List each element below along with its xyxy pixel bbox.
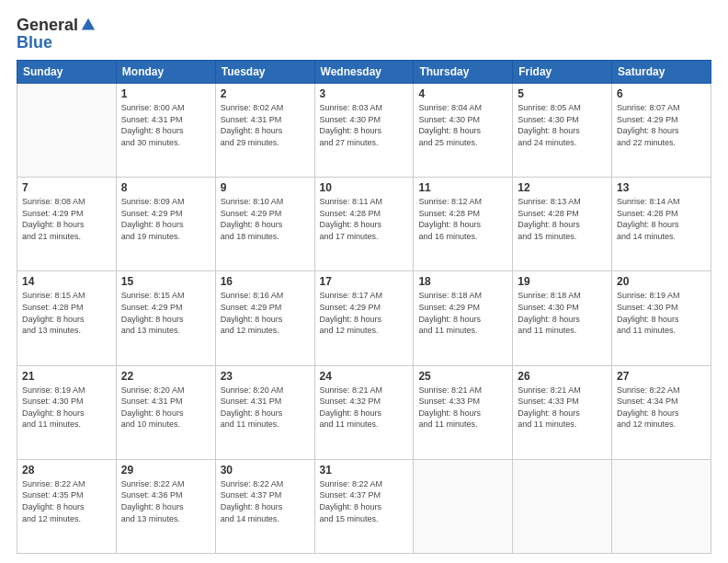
daylight-label: Daylight: 8 hours — [418, 315, 481, 324]
calendar-cell: 13Sunrise: 8:14 AM Sunset: 4:28 PM Dayli… — [612, 178, 711, 271]
sunset: Sunset: 4:30 PM — [418, 115, 480, 124]
daylight-hours: and 11 minutes. — [418, 419, 477, 429]
day-number: 17 — [320, 275, 409, 288]
calendar-cell: 24Sunrise: 8:21 AM Sunset: 4:32 PM Dayli… — [314, 365, 414, 459]
day-number: 20 — [617, 275, 706, 288]
day-info: Sunrise: 8:15 AM Sunset: 4:29 PM Dayligh… — [121, 290, 210, 336]
day-info: Sunrise: 8:18 AM Sunset: 4:30 PM Dayligh… — [518, 290, 607, 336]
calendar-cell: 1Sunrise: 8:00 AM Sunset: 4:31 PM Daylig… — [116, 84, 215, 178]
day-info: Sunrise: 8:21 AM Sunset: 4:33 PM Dayligh… — [518, 385, 607, 431]
daylight-label: Daylight: 8 hours — [518, 126, 580, 135]
calendar-cell: 17Sunrise: 8:17 AM Sunset: 4:29 PM Dayli… — [314, 271, 414, 365]
sunset: Sunset: 4:30 PM — [22, 396, 84, 406]
day-number: 4 — [418, 87, 507, 100]
page: General Blue SundayMondayTuesdayWednesda… — [0, 0, 728, 563]
sunrise: Sunrise: 8:21 AM — [518, 385, 581, 395]
day-info: Sunrise: 8:22 AM Sunset: 4:36 PM Dayligh… — [121, 478, 210, 524]
sunset: Sunset: 4:30 PM — [518, 303, 579, 312]
daylight-label: Daylight: 8 hours — [320, 502, 382, 511]
calendar-cell: 22Sunrise: 8:20 AM Sunset: 4:31 PM Dayli… — [116, 365, 215, 459]
day-number: 8 — [121, 181, 210, 194]
calendar-cell: 7Sunrise: 8:08 AM Sunset: 4:29 PM Daylig… — [17, 178, 117, 271]
daylight-hours: and 12 minutes. — [22, 514, 81, 523]
day-number: 11 — [418, 181, 507, 194]
week-row-1: 7Sunrise: 8:08 AM Sunset: 4:29 PM Daylig… — [17, 178, 711, 271]
calendar-cell: 9Sunrise: 8:10 AM Sunset: 4:29 PM Daylig… — [215, 178, 314, 271]
day-info: Sunrise: 8:11 AM Sunset: 4:28 PM Dayligh… — [320, 196, 409, 242]
sunrise: Sunrise: 8:20 AM — [221, 385, 284, 395]
day-info: Sunrise: 8:13 AM Sunset: 4:28 PM Dayligh… — [518, 196, 607, 242]
calendar-cell: 26Sunrise: 8:21 AM Sunset: 4:33 PM Dayli… — [513, 365, 612, 459]
daylight-hours: and 13 minutes. — [22, 326, 81, 335]
day-number: 23 — [221, 370, 310, 383]
day-info: Sunrise: 8:14 AM Sunset: 4:28 PM Dayligh… — [617, 196, 706, 242]
day-number: 25 — [418, 370, 507, 383]
daylight-hours: and 11 minutes. — [518, 326, 576, 335]
sunset: Sunset: 4:28 PM — [418, 209, 480, 218]
sunrise: Sunrise: 8:21 AM — [418, 385, 482, 395]
sunset: Sunset: 4:33 PM — [418, 396, 480, 406]
sunrise: Sunrise: 8:21 AM — [320, 385, 383, 395]
day-info: Sunrise: 8:16 AM Sunset: 4:29 PM Dayligh… — [221, 290, 310, 336]
sunset: Sunset: 4:34 PM — [617, 396, 678, 406]
daylight-hours: and 11 minutes. — [518, 419, 576, 429]
daylight-hours: and 30 minutes. — [121, 138, 180, 147]
sunset: Sunset: 4:31 PM — [221, 396, 282, 406]
day-number: 7 — [22, 181, 111, 194]
sunrise: Sunrise: 8:03 AM — [320, 103, 383, 112]
day-number: 15 — [121, 275, 210, 288]
weekday-header-tuesday: Tuesday — [215, 61, 314, 84]
calendar-cell: 5Sunrise: 8:05 AM Sunset: 4:30 PM Daylig… — [513, 84, 612, 178]
sunrise: Sunrise: 8:19 AM — [617, 291, 680, 300]
day-info: Sunrise: 8:04 AM Sunset: 4:30 PM Dayligh… — [418, 102, 507, 148]
daylight-label: Daylight: 8 hours — [121, 502, 184, 511]
daylight-label: Daylight: 8 hours — [617, 408, 679, 418]
calendar-cell: 2Sunrise: 8:02 AM Sunset: 4:31 PM Daylig… — [215, 84, 314, 178]
sunrise: Sunrise: 8:10 AM — [221, 197, 284, 206]
calendar-cell: 21Sunrise: 8:19 AM Sunset: 4:30 PM Dayli… — [17, 365, 117, 459]
day-info: Sunrise: 8:08 AM Sunset: 4:29 PM Dayligh… — [22, 196, 111, 242]
day-info: Sunrise: 8:05 AM Sunset: 4:30 PM Dayligh… — [518, 102, 607, 148]
sunrise: Sunrise: 8:16 AM — [221, 291, 284, 300]
day-info: Sunrise: 8:03 AM Sunset: 4:30 PM Dayligh… — [320, 102, 409, 148]
sunrise: Sunrise: 8:22 AM — [320, 479, 383, 488]
day-info: Sunrise: 8:00 AM Sunset: 4:31 PM Dayligh… — [121, 102, 210, 148]
sunset: Sunset: 4:37 PM — [221, 490, 282, 500]
daylight-label: Daylight: 8 hours — [221, 315, 283, 324]
day-number: 12 — [518, 181, 607, 194]
daylight-hours: and 11 minutes. — [221, 419, 279, 429]
daylight-hours: and 12 minutes. — [221, 326, 279, 335]
day-number: 5 — [518, 87, 607, 100]
day-info: Sunrise: 8:22 AM Sunset: 4:34 PM Dayligh… — [617, 385, 706, 431]
daylight-hours: and 11 minutes. — [617, 326, 676, 335]
daylight-hours: and 25 minutes. — [418, 138, 477, 147]
day-number: 21 — [22, 370, 111, 383]
sunrise: Sunrise: 8:15 AM — [22, 291, 85, 300]
weekday-header-row: SundayMondayTuesdayWednesdayThursdayFrid… — [17, 61, 711, 84]
sunset: Sunset: 4:28 PM — [320, 209, 381, 218]
sunset: Sunset: 4:35 PM — [22, 490, 84, 500]
week-row-3: 21Sunrise: 8:19 AM Sunset: 4:30 PM Dayli… — [17, 365, 711, 459]
calendar-cell: 10Sunrise: 8:11 AM Sunset: 4:28 PM Dayli… — [314, 178, 414, 271]
sunset: Sunset: 4:31 PM — [121, 115, 183, 124]
daylight-label: Daylight: 8 hours — [121, 126, 184, 135]
daylight-label: Daylight: 8 hours — [320, 220, 382, 229]
calendar-cell: 14Sunrise: 8:15 AM Sunset: 4:28 PM Dayli… — [17, 271, 117, 365]
day-number: 9 — [221, 181, 310, 194]
sunrise: Sunrise: 8:07 AM — [617, 103, 680, 112]
calendar-cell: 12Sunrise: 8:13 AM Sunset: 4:28 PM Dayli… — [513, 178, 612, 271]
daylight-hours: and 12 minutes. — [617, 419, 676, 429]
sunset: Sunset: 4:28 PM — [617, 209, 678, 218]
sunset: Sunset: 4:29 PM — [22, 209, 84, 218]
daylight-label: Daylight: 8 hours — [418, 126, 481, 135]
weekday-header-thursday: Thursday — [414, 61, 513, 84]
day-info: Sunrise: 8:10 AM Sunset: 4:29 PM Dayligh… — [221, 196, 310, 242]
daylight-label: Daylight: 8 hours — [518, 315, 580, 324]
day-number: 29 — [121, 464, 210, 477]
sunrise: Sunrise: 8:22 AM — [617, 385, 680, 395]
sunrise: Sunrise: 8:14 AM — [617, 197, 680, 206]
sunrise: Sunrise: 8:11 AM — [320, 197, 383, 206]
calendar-cell — [414, 459, 513, 553]
sunrise: Sunrise: 8:22 AM — [221, 479, 284, 488]
day-number: 26 — [518, 370, 607, 383]
